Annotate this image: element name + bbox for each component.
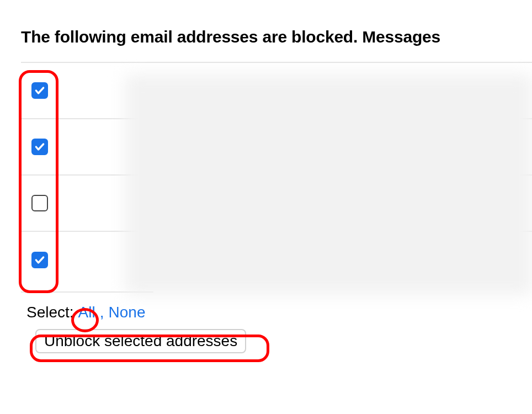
- checkmark-icon: [34, 254, 45, 266]
- select-none-link[interactable]: None: [107, 304, 148, 321]
- checkmark-icon: [34, 141, 45, 152]
- select-separator: ,: [100, 304, 104, 321]
- row-checkbox[interactable]: [31, 195, 48, 211]
- select-all-link[interactable]: All: [76, 304, 98, 321]
- select-label: Select:: [26, 304, 74, 321]
- select-controls: Select: All, None: [26, 304, 532, 321]
- row-checkbox[interactable]: [31, 252, 48, 268]
- checkmark-icon: [34, 85, 45, 96]
- row-checkbox[interactable]: [31, 139, 48, 155]
- row-checkbox[interactable]: [31, 82, 48, 99]
- unblock-selected-button[interactable]: Unblock selected addresses: [35, 329, 246, 353]
- redacted-block: [125, 74, 532, 295]
- blocked-addresses-heading: The following email addresses are blocke…: [21, 28, 532, 46]
